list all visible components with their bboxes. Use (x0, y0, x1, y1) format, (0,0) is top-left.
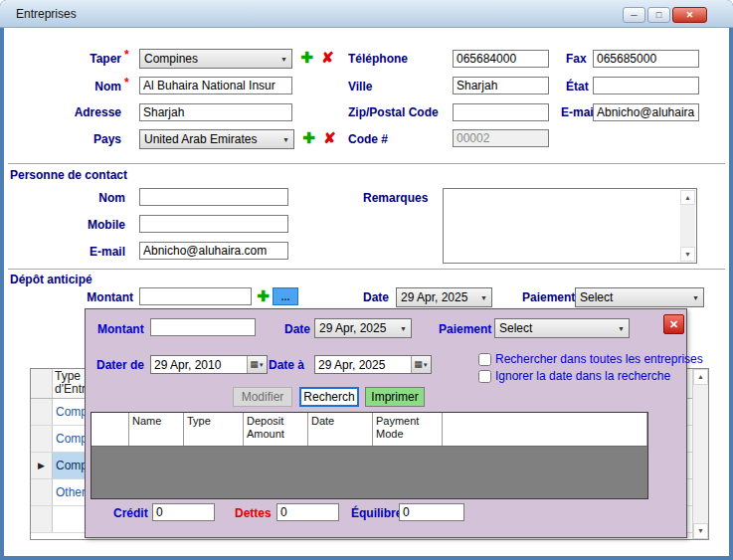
zip-field[interactable] (453, 103, 549, 121)
close-button[interactable]: ✕ (672, 7, 707, 23)
contact-mobile-field[interactable] (139, 215, 288, 233)
telephone-field[interactable] (453, 50, 549, 68)
remarques-textarea[interactable]: ▲ ▼ (443, 188, 697, 264)
grid-scrollbar[interactable]: ▲ ▼ (692, 369, 708, 539)
chevron-down-icon: ▼ (614, 325, 629, 332)
telephone-label: Téléphone (348, 52, 408, 66)
remarques-scrollbar[interactable]: ▲ ▼ (680, 190, 695, 262)
add-country-button[interactable]: ✚ (299, 128, 318, 147)
dialog-montant-label: Montant (97, 322, 144, 336)
delete-icon: ✘ (321, 49, 334, 66)
taper-label: Taper (60, 52, 121, 66)
nom-field[interactable] (139, 77, 292, 94)
close-icon: ✕ (669, 318, 678, 330)
title-bar[interactable]: Entreprises ─ □ ✕ (0, 0, 733, 28)
scroll-up-icon[interactable]: ▲ (693, 369, 708, 385)
add-type-button[interactable]: ✚ (297, 48, 316, 67)
checkbox-input[interactable] (478, 370, 491, 383)
imprimer-button[interactable]: Imprimer (365, 387, 425, 407)
results-col-filler (443, 413, 647, 446)
date-a-datepicker[interactable]: 29 Apr, 2025 ▦▼ (314, 355, 432, 374)
dater-de-datepicker[interactable]: 29 Apr, 2010 ▦▼ (150, 355, 268, 374)
checkbox-label: Rechercher dans toutes les entreprises (495, 352, 703, 366)
scroll-down-icon[interactable]: ▼ (693, 523, 708, 539)
results-col-selector[interactable] (92, 413, 129, 446)
delete-type-button[interactable]: ✘ (318, 48, 337, 67)
credit-label: Crédit (113, 506, 148, 520)
calendar-icon: ▦ (414, 359, 423, 369)
pays-label: Pays (60, 132, 121, 146)
dialog-paiement-value: Select (495, 321, 614, 335)
deposit-date-label: Date (363, 290, 389, 304)
maximize-button[interactable]: □ (647, 7, 670, 23)
chevron-down-icon: ▼ (278, 136, 293, 143)
checkbox-input[interactable] (478, 353, 491, 366)
form-client-area: Taper * Compines ▼ ✚ ✘ Téléphone Fax Nom… (4, 28, 729, 556)
date-a-label: Date à (269, 358, 304, 372)
results-col-deposit-amount[interactable]: Deposit Amount (244, 413, 308, 446)
recherch-button[interactable]: Recherch (299, 387, 359, 407)
results-col-name[interactable]: Name (129, 413, 184, 446)
deposit-date-combobox[interactable]: 29 Apr, 2025 ▼ (396, 287, 492, 307)
dialog-paiement-label: Paiement (439, 322, 491, 336)
chevron-down-icon: ▼ (396, 325, 411, 332)
row-selector-arrow-icon: ▶ (31, 453, 53, 478)
plus-icon: ✚ (302, 129, 315, 146)
calendar-icon: ▦ (250, 359, 259, 369)
zip-label: Zip/Postal Code (348, 105, 439, 119)
dialog-montant-field[interactable] (150, 318, 256, 336)
taper-required-marker: * (124, 48, 129, 62)
paiement-combobox[interactable]: Select ▼ (575, 287, 704, 307)
dater-de-label: Dater de (96, 358, 144, 372)
results-col-payment-mode[interactable]: Payment Mode (373, 413, 443, 446)
scroll-down-icon[interactable]: ▼ (680, 247, 695, 262)
results-col-type[interactable]: Type (184, 413, 244, 446)
deposit-group-title: Dépôt anticipé (10, 273, 92, 286)
modifier-button[interactable]: Modifier (233, 387, 292, 407)
equilibre-field[interactable] (399, 503, 464, 521)
nom-label: Nom (60, 80, 121, 93)
dettes-label: Dettes (235, 506, 272, 520)
calendar-dropdown-button[interactable]: ▦▼ (411, 356, 431, 373)
fax-label: Fax (566, 52, 587, 66)
results-col-date[interactable]: Date (308, 413, 373, 446)
maximize-icon: □ (656, 10, 661, 20)
contact-nom-label: Nom (60, 191, 125, 205)
minimize-icon: ─ (631, 10, 637, 20)
minimize-button[interactable]: ─ (623, 7, 645, 23)
contact-email-field[interactable] (139, 242, 288, 260)
dialog-close-button[interactable]: ✕ (663, 314, 684, 334)
ville-field[interactable] (453, 77, 549, 94)
paiement-label: Paiement (522, 290, 575, 304)
deposit-date-value: 29 Apr, 2025 (397, 290, 476, 304)
search-all-entreprises-checkbox[interactable]: Rechercher dans toutes les entreprises (478, 352, 703, 366)
nom-required-marker: * (124, 76, 129, 90)
dialog-date-value: 29 Apr, 2025 (315, 321, 396, 335)
dialog-date-combobox[interactable]: 29 Apr, 2025 ▼ (314, 318, 412, 338)
pays-combobox[interactable]: United Arab Emirates ▼ (139, 129, 294, 149)
montant-field[interactable] (139, 287, 252, 305)
separator (8, 269, 725, 271)
scroll-up-icon[interactable]: ▲ (680, 190, 695, 205)
equilibre-label: Équilibre (351, 506, 402, 520)
ignore-date-checkbox[interactable]: Ignorer la date dans la recherche (478, 369, 670, 383)
delete-country-button[interactable]: ✘ (320, 128, 339, 147)
deposit-browse-button[interactable]: ... (273, 287, 298, 305)
calendar-dropdown-button[interactable]: ▦▼ (247, 356, 267, 373)
credit-field[interactable] (152, 503, 215, 521)
remarques-label: Remarques (363, 191, 428, 205)
dettes-field[interactable] (276, 503, 339, 521)
add-deposit-button[interactable]: ✚ (254, 286, 273, 305)
adresse-field[interactable] (139, 103, 292, 121)
deposit-search-dialog: Montant Date 29 Apr, 2025 ▼ Paiement Sel… (85, 308, 687, 538)
chevron-down-icon: ▼ (259, 362, 265, 368)
taper-combobox[interactable]: Compines ▼ (139, 49, 292, 69)
grid-selector-header (31, 369, 53, 398)
fax-field[interactable] (593, 50, 699, 68)
chevron-down-icon: ▼ (688, 294, 703, 301)
code-label: Code # (348, 132, 388, 146)
contact-nom-field[interactable] (139, 188, 288, 206)
email-field[interactable] (593, 103, 699, 121)
etat-field[interactable] (593, 77, 699, 94)
dialog-paiement-combobox[interactable]: Select ▼ (494, 318, 630, 338)
